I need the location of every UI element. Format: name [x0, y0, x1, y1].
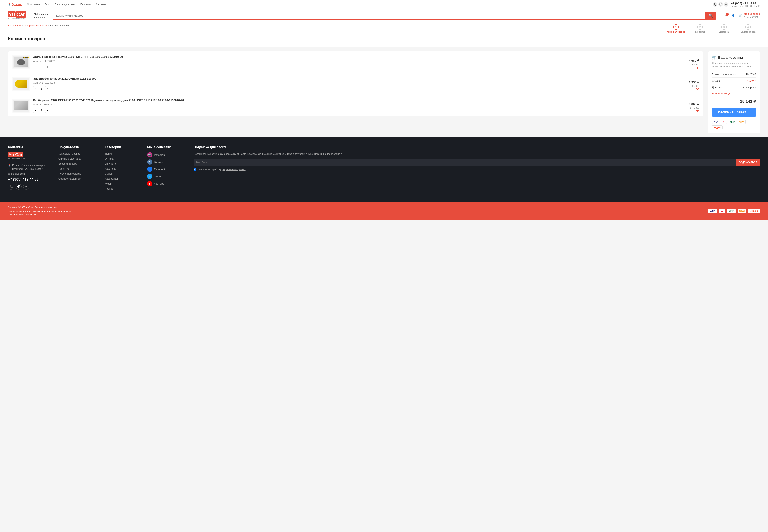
- topbar-delivery[interactable]: Оплата и доставка: [55, 3, 76, 6]
- breadcrumb-steps: Все товары › Оформление заказа › Корзина…: [0, 22, 768, 33]
- price-total-0: 4 680 ₽: [679, 59, 699, 62]
- footer-cat-optics[interactable]: Оптика: [105, 157, 141, 160]
- footer-cat-acoustics[interactable]: Акустика: [105, 167, 141, 170]
- qty-val-2: 1: [40, 109, 44, 112]
- breadcrumb: Все товары › Оформление заказа › Корзина…: [8, 24, 69, 27]
- pay-mc-icon: ●●: [722, 120, 727, 124]
- footer-contacts-title: Контакты: [8, 145, 52, 149]
- footer-cat-salon[interactable]: Салон: [105, 172, 141, 175]
- footer-cat-body[interactable]: Кузов: [105, 182, 141, 185]
- topbar-about[interactable]: О магазине: [27, 3, 40, 6]
- topbar-phone: +7 (905) 412 44 83: [731, 2, 760, 5]
- footer-pay-qiwi: QIWI: [738, 209, 746, 213]
- delete-item-1[interactable]: 🗑: [696, 87, 699, 91]
- topbar-warranty[interactable]: Гарантии: [80, 3, 91, 6]
- contact-icons: 📞 💬 ✈: [713, 2, 728, 7]
- yucar-link[interactable]: YuCar.ru: [26, 206, 34, 208]
- cart-icon: 🛒: [712, 55, 716, 60]
- footer-phone: +7 (905) 412 44 83: [8, 177, 52, 182]
- footer-social-facebook[interactable]: f Facebook: [147, 167, 187, 172]
- telegram-icon[interactable]: ✈: [724, 2, 728, 7]
- pay-ya-icon: Яндекс: [712, 125, 723, 129]
- user-icon[interactable]: 👤: [732, 14, 735, 17]
- footer-cat-parts[interactable]: Запчасти: [105, 162, 141, 165]
- logo[interactable]: YuCar Территория свободы: [8, 11, 26, 20]
- discount-label: Скидки: [712, 79, 721, 82]
- footer-social-twitter[interactable]: 🐦 Twitter: [147, 174, 187, 179]
- step-3-label: Доставка: [719, 31, 729, 33]
- delete-item-0[interactable]: 🗑: [696, 66, 699, 69]
- pay-mir-icon: МИР: [729, 120, 736, 124]
- page-title: Корзина товаров: [8, 33, 760, 41]
- breadcrumb-current: Корзина товаров: [50, 24, 69, 27]
- promo-link[interactable]: Есть промокод?: [712, 92, 756, 95]
- footer-pay-visa: VISA: [708, 209, 717, 213]
- facebook-icon: f: [147, 167, 152, 172]
- footer-buyers-title: Покупателям: [58, 145, 98, 149]
- footer-social-youtube[interactable]: ▶ YouTube: [147, 181, 187, 186]
- youtube-icon: ▶: [147, 181, 152, 186]
- qty-minus-1[interactable]: −: [33, 86, 38, 91]
- consent-row: Согласен на обработку персональных данны…: [194, 168, 760, 171]
- step-3: 3 Доставка: [712, 24, 736, 33]
- phone-icon[interactable]: 📞: [713, 2, 717, 7]
- qty-minus-0[interactable]: −: [33, 65, 38, 69]
- subscribe-button[interactable]: ПОДПИСАТЬСЯ: [736, 159, 760, 166]
- copyright-line2: Все логотипы и торговые марки принадлежа…: [8, 209, 71, 213]
- item-price-1: 1 330 ₽ 1 × 665: [679, 80, 699, 87]
- footer-cat-misc[interactable]: Разное: [105, 187, 141, 190]
- topbar: 📍 Бухалово О магазине Блог Оплата и дост…: [0, 0, 768, 9]
- total-row: 15 143 ₽: [712, 97, 756, 106]
- footer-data-processing[interactable]: Обработка данных: [58, 177, 98, 180]
- checkout-button[interactable]: ОФОРМИТЬ ЗАКАЗ →: [712, 108, 756, 117]
- item-details-0: Датчик расхода воздуха 2110 HOFER HF 218…: [33, 55, 676, 69]
- subscribe-input[interactable]: [194, 159, 736, 166]
- breadcrumb-all[interactable]: Все товары: [8, 24, 21, 27]
- footer-address: 📍 Россия, Ставропольский край, г. Пятиго…: [8, 163, 52, 171]
- stock-label: товаров: [39, 13, 48, 16]
- footer-subscribe-title: Подписка для своих: [194, 145, 760, 149]
- perfecto-link[interactable]: Perfecto Web: [25, 213, 38, 216]
- footer-social-vk[interactable]: VK Вконтакте: [147, 159, 187, 165]
- topbar-contacts[interactable]: Контакты: [95, 3, 106, 6]
- breadcrumb-checkout[interactable]: Оформление заказа: [24, 24, 47, 27]
- product-image-placeholder-2: [13, 100, 29, 112]
- footer-cat-tuning[interactable]: Тюнинг: [105, 152, 141, 155]
- consent-link[interactable]: персональных данных: [223, 168, 246, 171]
- qty-minus-2[interactable]: −: [33, 108, 38, 113]
- footer-pay-ya: Яндекс: [748, 209, 760, 213]
- subscribe-text: Подпишись на космическую рассылку от Дар…: [194, 152, 760, 156]
- cart-button[interactable]: 🛒 Моя корзина 3 тов. - 8 760₽: [739, 12, 760, 19]
- footer-logo: YuCar Территория свободы: [8, 152, 52, 162]
- pay-visa-icon: VISA: [712, 120, 720, 124]
- qty-plus-2[interactable]: +: [45, 108, 50, 113]
- item-image-0: HOFER: [12, 55, 30, 69]
- item-image-1: [12, 77, 30, 91]
- footer-social-instagram[interactable]: 📷 Instagram: [147, 152, 187, 157]
- price-total-1: 1 330 ₽: [679, 80, 699, 84]
- footer-how-to-order[interactable]: Как сделать заказ: [58, 152, 98, 155]
- search-input[interactable]: [53, 12, 705, 20]
- footer-telegram-icon[interactable]: ✈: [23, 184, 29, 190]
- topbar-blog[interactable]: Блог: [45, 3, 50, 6]
- cart-section: HOFER Датчик расхода воздуха 2110 HOFER …: [8, 51, 703, 133]
- item-name-2: Карбюратор 2107 ПЕКАР К177.2107-1107010 …: [33, 98, 676, 102]
- search-bar: 🔍: [53, 12, 716, 20]
- stock-count: 9 740: [31, 12, 38, 16]
- whatsapp-icon[interactable]: 💬: [718, 2, 723, 7]
- qty-plus-1[interactable]: +: [45, 86, 50, 91]
- price-sub-0: 3 × 1 560: [679, 63, 699, 66]
- footer-cat-accessories[interactable]: Аксессуары: [105, 177, 141, 180]
- footer-whatsapp-icon[interactable]: 💬: [16, 184, 22, 190]
- cart-sidebar: 🛒 Ваша корзина Стоимость доставки будет …: [708, 51, 760, 133]
- footer-public-offer[interactable]: Публичная оферта: [58, 172, 98, 175]
- consent-checkbox[interactable]: [194, 168, 196, 171]
- footer-phone-icon[interactable]: 📞: [8, 184, 14, 190]
- wishlist-icon[interactable]: ♡ 2: [725, 14, 728, 17]
- footer-warranty[interactable]: Гарантии: [58, 167, 98, 170]
- qty-plus-0[interactable]: +: [45, 65, 50, 69]
- delete-item-2[interactable]: 🗑: [696, 109, 699, 113]
- footer-payment-delivery[interactable]: Оплата и доставка: [58, 157, 98, 160]
- footer-returns[interactable]: Возврат товара: [58, 162, 98, 165]
- search-button[interactable]: 🔍: [705, 12, 716, 20]
